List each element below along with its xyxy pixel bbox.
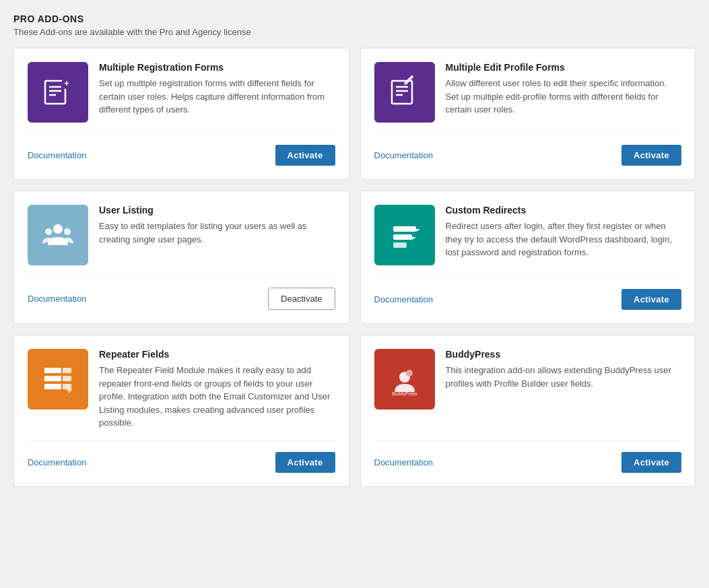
card-desc-repeater-fields: The Repeater Field Module makes it reall… [99, 364, 335, 430]
svg-rect-19 [393, 242, 407, 248]
activate-button-multiple-edit-profile-forms[interactable]: Activate [621, 145, 681, 166]
svg-point-13 [45, 228, 52, 235]
addon-card-custom-redirects: Custom RedirectsRedirect users after log… [360, 191, 696, 324]
card-title-multiple-registration-forms: Multiple Registration Forms [99, 62, 335, 73]
svg-point-29 [406, 370, 413, 377]
addon-card-repeater-fields: + Repeater FieldsThe Repeater Field Modu… [13, 335, 349, 487]
svg-text:+: + [64, 79, 69, 88]
svg-rect-21 [63, 368, 71, 373]
card-desc-buddypress: This integration add-on allows extending… [446, 364, 682, 390]
doc-link-user-listing[interactable]: Documentation [28, 294, 86, 304]
doc-link-multiple-registration-forms[interactable]: Documentation [28, 150, 86, 160]
svg-rect-24 [44, 384, 61, 389]
activate-button-custom-redirects[interactable]: Activate [621, 289, 681, 310]
buddypress-icon: BuddyPress [374, 349, 435, 410]
doc-link-repeater-fields[interactable]: Documentation [28, 457, 86, 467]
addon-card-multiple-edit-profile-forms: Multiple Edit Profile FormsAllow differe… [360, 48, 696, 180]
svg-text:BuddyPress: BuddyPress [392, 391, 417, 396]
card-title-custom-redirects: Custom Redirects [446, 205, 682, 216]
svg-point-14 [64, 228, 71, 235]
addon-card-multiple-registration-forms: + Multiple Registration FormsSet up mult… [13, 48, 349, 180]
svg-point-12 [53, 224, 63, 234]
registration-icon: + [28, 62, 88, 123]
deactivate-button-user-listing[interactable]: Deactivate [268, 288, 335, 310]
activate-button-multiple-registration-forms[interactable]: Activate [275, 145, 335, 166]
svg-rect-17 [393, 234, 412, 240]
users-icon [28, 205, 88, 265]
activate-button-buddypress[interactable]: Activate [621, 452, 681, 473]
card-title-multiple-edit-profile-forms: Multiple Edit Profile Forms [446, 62, 682, 73]
doc-link-buddypress[interactable]: Documentation [374, 457, 433, 467]
addon-card-user-listing: User ListingEasy to edit templates for l… [13, 191, 349, 324]
svg-rect-20 [44, 368, 61, 373]
page-title: PRO ADD-ONS [13, 13, 696, 24]
edit-profile-icon [374, 62, 435, 123]
card-title-buddypress: BuddyPress [446, 349, 682, 360]
page-subtitle: These Add-ons are available with the Pro… [13, 27, 696, 37]
doc-link-custom-redirects[interactable]: Documentation [374, 294, 433, 304]
svg-rect-6 [392, 81, 412, 104]
svg-text:+: + [67, 385, 72, 395]
addons-grid: + Multiple Registration FormsSet up mult… [13, 48, 696, 487]
addon-card-buddypress: BuddyPress BuddyPressThis integration ad… [360, 335, 696, 487]
card-title-user-listing: User Listing [99, 205, 335, 216]
doc-link-multiple-edit-profile-forms[interactable]: Documentation [374, 150, 433, 160]
activate-button-repeater-fields[interactable]: Activate [275, 452, 335, 473]
card-desc-multiple-registration-forms: Set up multiple registration forms with … [99, 77, 335, 117]
card-desc-multiple-edit-profile-forms: Allow different user roles to edit their… [446, 77, 682, 117]
card-title-repeater-fields: Repeater Fields [99, 349, 335, 360]
card-desc-custom-redirects: Redirect users after login, after they f… [446, 220, 682, 259]
svg-rect-23 [63, 376, 71, 381]
svg-rect-22 [44, 376, 61, 381]
svg-marker-16 [416, 229, 420, 232]
redirects-icon [374, 205, 435, 265]
repeater-icon: + [28, 349, 88, 410]
svg-rect-15 [393, 226, 416, 232]
card-desc-user-listing: Easy to edit templates for listing your … [99, 220, 335, 246]
svg-marker-18 [412, 237, 416, 240]
